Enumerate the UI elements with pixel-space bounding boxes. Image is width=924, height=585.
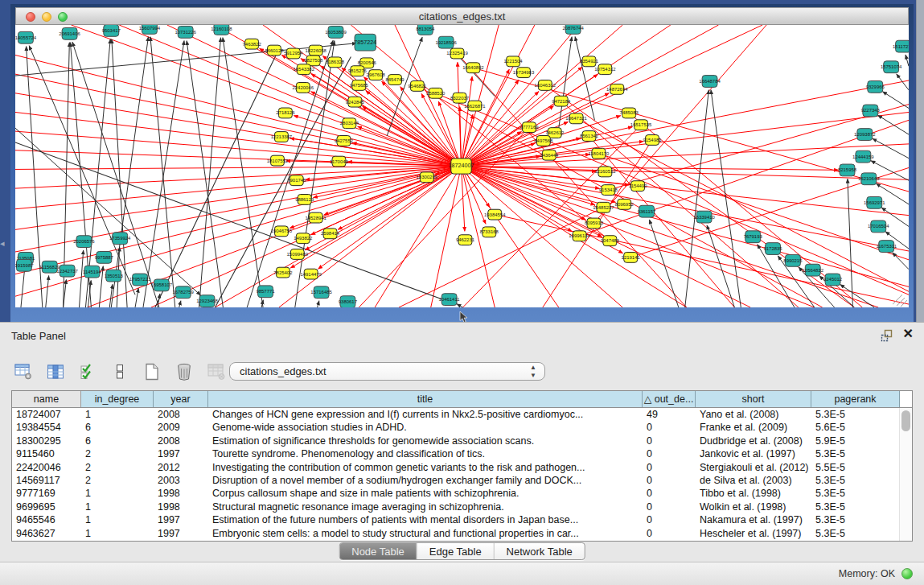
citation-edge-red[interactable] [462,144,909,167]
row-tools-icon[interactable] [109,361,130,382]
citation-edge-black[interactable] [649,220,678,307]
citation-edge-red[interactable] [462,167,573,232]
graph-node-label: 10996134 [569,233,590,238]
citation-edge-red[interactable] [215,167,461,308]
table-cell: 1998 [154,487,208,500]
table-cell: Estimation of significance thresholds fo… [208,435,643,447]
citation-edge-black[interactable] [179,301,181,307]
table-row[interactable]: 946554611997Estimation of the future num… [12,513,912,526]
graph-node-label: 15099489 [287,252,309,257]
vertical-scrollbar[interactable] [899,408,912,541]
column-header-in_degree[interactable]: in_degree [81,391,154,407]
citation-edge-black[interactable] [906,55,909,66]
citation-edge-red[interactable] [593,25,766,223]
table-body[interactable]: 1872400712008Changes of HCN gene express… [12,408,912,540]
graph-node-label: 2718126 [276,110,295,115]
citation-edge-red[interactable] [15,167,462,297]
citation-edge-black[interactable] [711,90,741,307]
citation-edge-black[interactable] [878,115,909,134]
window-close-button[interactable] [26,12,35,22]
table-row[interactable]: 1830029562008Estimation of significance … [12,435,912,447]
table-row[interactable]: 1456911722003Disruption of a novel membe… [12,474,912,487]
graph-node-label: 1221504 [504,59,524,64]
close-panel-icon[interactable]: ✕ [903,328,914,340]
table-row[interactable]: 946362711997Embryonic stem cells: a mode… [12,527,912,540]
graph-node-label: 6354921 [580,59,598,64]
citation-edge-red[interactable] [15,167,462,209]
citation-edge-red[interactable] [462,25,719,167]
citation-edge-red[interactable] [417,86,823,307]
graph-node-label: 8660128 [265,48,284,53]
citation-edge-red[interactable] [294,116,461,167]
table-row[interactable]: 977716911998Corpus callosum shape and si… [12,487,912,500]
graph-node-label: 7679193 [744,234,763,239]
column-header-year[interactable]: year [154,391,208,407]
column-header-short[interactable]: short [696,391,811,407]
citation-edge-red[interactable] [589,136,735,307]
citation-edge-black[interactable] [882,92,909,109]
column-header-pagerank[interactable]: pagerank [811,391,900,407]
new-table-icon[interactable] [142,361,162,382]
table-cell: 19384554 [12,421,81,434]
table-cell: 0 [643,501,696,513]
citation-edge-black[interactable] [223,38,263,307]
select-rows-icon[interactable] [77,361,98,382]
show-columns-icon[interactable] [45,361,66,382]
network-canvas[interactable]: 1872400774638228660128591295418226058982… [15,25,909,307]
float-window-icon[interactable] [881,329,893,342]
column-header-title[interactable]: title [208,391,643,407]
table-row[interactable]: 1872400712008Changes of HCN gene express… [12,408,912,421]
citation-edge-red[interactable] [436,93,909,295]
window-minimize-button[interactable] [42,12,51,22]
table-mode-icon[interactable] [13,361,34,382]
graph-node-label: 15692971 [864,200,885,205]
memory-ok-indicator[interactable] [901,568,913,579]
graph-node-label: 19046755 [271,229,293,233]
table-header-row[interactable]: namein_degreeyeartitle△ out_de...shortpa… [12,391,912,408]
graph-node-label: 8322037 [450,96,469,101]
graph-node-label: 16053809 [325,30,347,35]
graph-node-label: 18226058 [305,48,326,53]
citation-edge-black[interactable] [143,41,184,307]
graph-node-label: 16648784 [699,79,721,84]
scrollbar-thumb[interactable] [901,410,910,431]
citation-edge-red[interactable] [462,167,602,237]
citation-edge-red[interactable] [15,131,462,166]
graph-node-label: 12160108 [211,27,232,31]
citation-edge-red[interactable] [72,25,462,167]
citation-edge-black[interactable] [457,304,462,307]
tab-network-table[interactable]: Network Table [494,543,585,559]
column-header-name[interactable]: name [12,391,81,407]
citation-edge-black[interactable] [873,138,909,158]
citation-edge-black[interactable] [897,74,909,90]
graph-node-label: 7857224 [354,39,376,46]
table-cell: 0 [643,435,696,447]
citation-edge-black[interactable] [150,37,175,307]
table-row[interactable]: 2242004622012Investigating the contribut… [12,461,912,474]
network-window-titlebar[interactable]: citations_edges.txt [15,7,909,25]
table-selector-dropdown[interactable]: citations_edges.txt ▲▼ [229,362,545,381]
table-row[interactable]: 911546021997Tourette syndrome. Phenomeno… [12,447,912,460]
table-row[interactable]: 1938455462009Genome-wide association stu… [12,421,912,434]
citation-edge-black[interactable] [318,301,319,307]
citation-edge-red[interactable] [87,167,461,308]
citation-edge-black[interactable] [135,288,138,307]
delete-table-icon[interactable] [174,361,195,382]
tab-edge-table[interactable]: Edge Table [417,543,494,559]
citation-edge-black[interactable] [46,276,49,307]
column-header-out_de[interactable]: △ out_de... [643,391,696,407]
citation-edge-black[interactable] [893,253,909,270]
table-cell: 9465546 [12,513,81,526]
table-cell: 18724007 [12,408,81,421]
citation-edge-red[interactable] [462,167,909,287]
citation-edge-black[interactable] [848,179,853,307]
table-row[interactable]: 969969511998Structural magnetic resonanc… [12,501,912,513]
tab-node-table[interactable]: Node Table [339,543,417,559]
network-window[interactable]: citations_edges.txt 18724007746382286601… [10,4,914,322]
citation-edge-red[interactable] [119,25,461,167]
panel-collapse-arrow[interactable]: ◂ [0,238,5,249]
citation-edge-black[interactable] [111,37,148,307]
window-zoom-button[interactable] [58,12,68,22]
graph-node-label: 12923468 [196,299,218,303]
citation-edge-red[interactable] [363,106,462,166]
